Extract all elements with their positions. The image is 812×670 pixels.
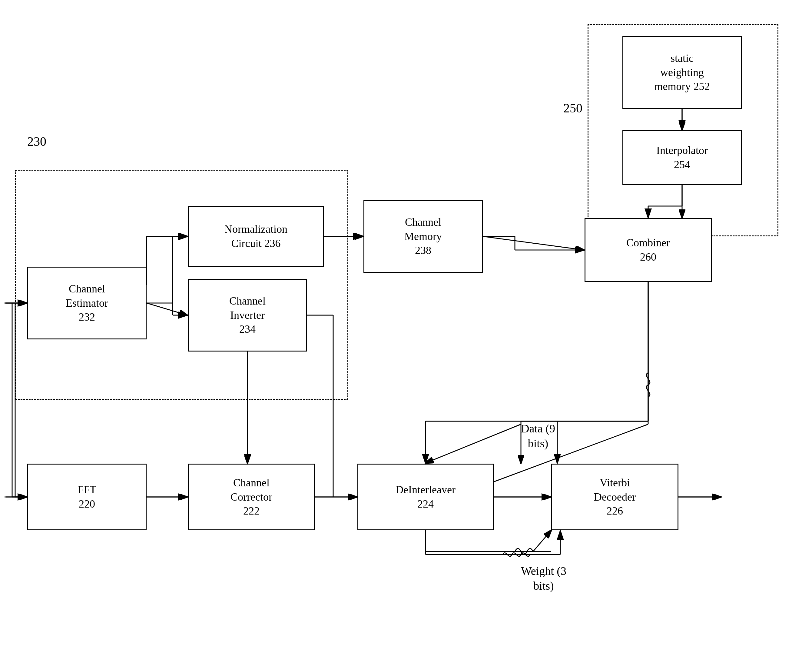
channel-memory-block: ChannelMemory238	[363, 200, 483, 273]
combiner-block: Combiner260	[584, 218, 712, 282]
label-230: 230	[27, 133, 46, 150]
fft-block: FFT220	[27, 464, 147, 530]
channel-inverter-block: ChannelInverter234	[188, 279, 307, 352]
channel-corrector-block: ChannelCorrector222	[188, 464, 315, 530]
data-bits-label: Data (9bits)	[521, 421, 555, 451]
svg-line-4	[483, 236, 584, 250]
weight-bits-label: Weight (3bits)	[521, 563, 566, 594]
svg-line-17	[425, 424, 521, 463]
channel-estimator-block: ChannelEstimator232	[27, 267, 147, 339]
label-250: 250	[563, 100, 582, 117]
svg-line-23	[533, 530, 551, 552]
diagram: 250 230 staticweightingmemory 252 Interp…	[0, 0, 812, 670]
deinterleaver-block: DeInterleaver224	[357, 464, 494, 530]
viterbi-decoder-block: ViterbiDecoeder226	[551, 464, 679, 530]
normalization-circuit-block: NormalizationCircuit 236	[188, 206, 324, 267]
static-weighting-memory-block: staticweightingmemory 252	[622, 36, 742, 109]
interpolator-block: Interpolator254	[622, 130, 742, 185]
